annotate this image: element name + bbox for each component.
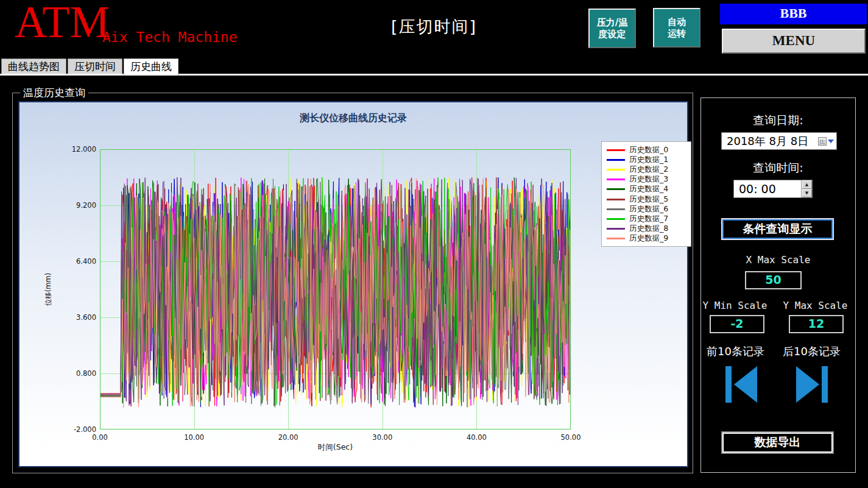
query-date-label: 查询日期: — [701, 113, 855, 129]
legend-item: 历史数据_0 — [607, 145, 687, 155]
y-max-scale-label: Y Max Scale — [738, 300, 868, 311]
legend-label: 历史数据_8 — [629, 224, 668, 234]
legend-item: 历史数据_6 — [607, 204, 687, 214]
skip-next-icon — [792, 365, 830, 404]
skip-previous-icon — [723, 365, 761, 404]
x-tick-label: 50.00 — [561, 433, 581, 442]
y-min-scale-field[interactable]: -2 — [710, 315, 764, 333]
time-value: 00: 00 — [734, 180, 801, 197]
legend-label: 历史数据_6 — [629, 204, 668, 214]
legend-item: 历史数据_3 — [607, 175, 687, 185]
legend-label: 历史数据_0 — [629, 145, 668, 155]
legend-line-swatch — [607, 218, 625, 220]
y-tick-label: 12.000 — [63, 145, 96, 154]
y-axis-label: 位移(mm) — [44, 247, 53, 332]
date-value: 2018年 8月 8日 — [722, 134, 818, 149]
time-spinner: ▲ ▼ — [801, 180, 812, 197]
x-axis-label: 时间(Sec) — [100, 442, 571, 453]
legend-label: 历史数据_5 — [629, 194, 668, 205]
y-tick-label: 3.600 — [63, 313, 96, 322]
y-tick-label: -2.000 — [63, 425, 96, 434]
y-max-scale-field[interactable]: 12 — [789, 315, 844, 333]
menu-button[interactable]: MENU — [722, 29, 866, 54]
legend-line-swatch — [607, 169, 625, 171]
legend-item: 历史数据_5 — [607, 194, 687, 204]
y-tick-label: 9.200 — [63, 201, 96, 210]
x-max-scale-field[interactable]: 50 — [745, 271, 802, 289]
x-tick-label: 20.00 — [278, 433, 298, 442]
legend-item: 历史数据_7 — [607, 214, 687, 224]
calendar-dropdown-icon[interactable] — [828, 140, 834, 143]
next-records-label: 后10条记录 — [783, 344, 841, 359]
conditional-query-button[interactable]: 条件查询显示 — [721, 218, 834, 240]
legend-item: 历史数据_2 — [607, 164, 687, 174]
legend-line-swatch — [607, 179, 625, 180]
legend-label: 历史数据_3 — [629, 174, 668, 185]
tab-2[interactable]: 历史曲线 — [124, 58, 178, 76]
time-picker[interactable]: 00: 00 ▲ ▼ — [733, 180, 813, 198]
x-tick-label: 0.00 — [92, 433, 108, 442]
query-time-label: 查询时间: — [701, 160, 855, 176]
screen: ATM Aix Tech Machine [压切时间] 压力/温 度设定 自动 … — [0, 0, 868, 488]
up-arrow-icon: ▲ — [805, 183, 808, 187]
groupbox-title: 温度历史查询 — [20, 86, 88, 100]
chart-canvas — [100, 149, 571, 430]
date-picker[interactable]: 2018年 8月 8日 — [721, 132, 837, 150]
status-banner: BBB — [720, 4, 867, 24]
next-records-button[interactable] — [792, 365, 830, 404]
prev-records-button[interactable] — [723, 365, 761, 404]
auto-run-button[interactable]: 自动 运转 — [653, 8, 700, 48]
legend-label: 历史数据_1 — [629, 155, 668, 165]
x-tick-label: 30.00 — [372, 433, 392, 442]
legend-line-swatch — [607, 228, 625, 230]
legend-line-swatch — [607, 199, 625, 200]
legend-item: 历史数据_4 — [607, 185, 687, 194]
auto-run-line1: 自动 — [668, 16, 686, 28]
down-arrow-icon: ▼ — [805, 191, 808, 196]
legend-line-swatch — [607, 238, 625, 239]
pressure-temp-line1: 压力/温 — [597, 17, 627, 29]
pressure-temp-line2: 度设定 — [599, 29, 626, 40]
chart-panel: 测长仪位移曲线历史记录 12.0009.2006.4003.6000.800-2… — [18, 101, 688, 467]
legend-label: 历史数据_4 — [629, 184, 668, 194]
pressure-temp-settings-button[interactable]: 压力/温 度设定 — [588, 9, 636, 48]
legend-line-swatch — [607, 149, 625, 151]
legend-label: 历史数据_2 — [629, 164, 668, 175]
spinner-down-button[interactable]: ▼ — [802, 189, 812, 197]
chart-legend: 历史数据_0历史数据_1历史数据_2历史数据_3历史数据_4历史数据_5历史数据… — [601, 141, 691, 247]
legend-item: 历史数据_1 — [607, 155, 687, 164]
query-side-panel: 查询日期: 2018年 8月 8日 查询时间: 00: 00 ▲ ▼ 条件查询显… — [700, 97, 856, 473]
x-max-scale-label: X Max Scale — [701, 254, 855, 266]
legend-line-swatch — [607, 208, 625, 210]
x-tick-label: 40.00 — [467, 433, 487, 442]
chart-title: 测长仪位移曲线历史记录 — [19, 112, 687, 125]
tab-0[interactable]: 曲线趋势图 — [1, 58, 66, 74]
legend-label: 历史数据_7 — [629, 214, 668, 224]
tab-1[interactable]: 压切时间 — [68, 58, 122, 74]
legend-line-swatch — [607, 188, 625, 190]
y-tick-label: 6.400 — [63, 257, 96, 266]
legend-item: 历史数据_9 — [607, 234, 687, 244]
tab-bar: 曲线趋势图压切时间历史曲线 — [1, 58, 180, 75]
prev-records-label: 前10条记录 — [707, 344, 764, 359]
legend-label: 历史数据_9 — [629, 233, 668, 244]
legend-line-swatch — [607, 159, 625, 161]
y-tick-label: 0.800 — [63, 369, 96, 378]
calendar-icon — [818, 137, 827, 146]
x-tick-label: 10.00 — [184, 433, 204, 442]
auto-run-line2: 运转 — [668, 28, 686, 40]
data-export-button[interactable]: 数据导出 — [721, 431, 834, 454]
legend-item: 历史数据_8 — [607, 224, 687, 234]
spinner-up-button[interactable]: ▲ — [802, 180, 812, 189]
